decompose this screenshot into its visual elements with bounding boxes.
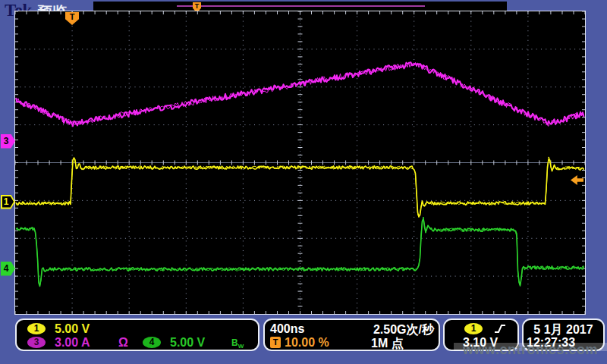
ch4-bandwidth-icon: BW: [231, 337, 244, 350]
trigger-position-readout: 10.00 %: [285, 336, 329, 350]
ch4-badge[interactable]: 4: [143, 337, 161, 348]
rising-edge-icon: [493, 323, 507, 334]
trigger-t-badge: T: [270, 337, 281, 348]
trigger-source-badge[interactable]: 1: [464, 323, 483, 334]
ch4-scale-readout: 5.00 V: [170, 336, 205, 350]
timebase-readout: 400ns: [270, 322, 304, 336]
ch1-scale-readout: 5.00 V: [55, 322, 90, 336]
bw-w: W: [238, 343, 244, 350]
oscilloscope-screen: Tek 预览 T T 3 1 4 1 5.00 V 3 3.00 A Ω 4 5…: [0, 0, 607, 364]
ch1-badge[interactable]: 1: [27, 323, 46, 334]
channel4-marker-label: 4: [1, 262, 15, 276]
channel-readout-box[interactable]: 1 5.00 V 3 3.00 A Ω 4 5.00 V BW: [15, 318, 259, 351]
bw-b: B: [231, 337, 238, 348]
record-length-readout: 1M 点: [371, 336, 404, 352]
channel3-position-marker[interactable]: 3: [1, 134, 15, 149]
channel3-marker-label: 3: [1, 134, 15, 149]
horizontal-readout-box[interactable]: 400ns 2.50G次/秒 T 10.00 % 1M 点: [263, 318, 440, 351]
ch3-scale-readout: 3.00 A: [55, 336, 90, 350]
channel1-marker-label: 1: [1, 195, 15, 209]
ch3-coupling-readout: Ω: [118, 336, 128, 350]
watermark-text: www.cntronics.com: [454, 342, 607, 358]
graticule: [14, 11, 586, 315]
record-window-line: [177, 5, 425, 7]
waveform-svg: [15, 11, 585, 314]
channel1-position-marker[interactable]: 1: [1, 195, 15, 209]
channel4-position-marker[interactable]: 4: [1, 262, 15, 276]
ch3-badge[interactable]: 3: [27, 337, 46, 348]
